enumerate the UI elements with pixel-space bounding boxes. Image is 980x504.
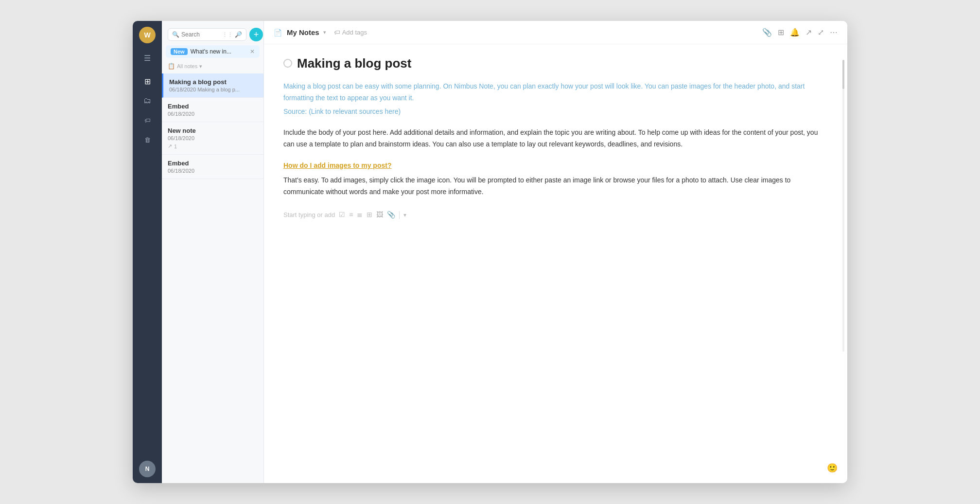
add-tags-label[interactable]: Add tags: [342, 29, 367, 36]
emoji-button[interactable]: 🙂: [827, 463, 838, 473]
source-link[interactable]: Source: (Link to relevant sources here): [283, 106, 828, 118]
tag-section[interactable]: 🏷 Add tags: [334, 29, 367, 36]
doc-checkbox[interactable]: [283, 59, 292, 68]
share-toolbar-icon[interactable]: ↗: [805, 28, 812, 37]
scrollbar-track[interactable]: [842, 60, 844, 352]
question-heading[interactable]: How do I add images to my post?: [283, 160, 828, 172]
unordered-list-block-icon[interactable]: ≣: [357, 209, 363, 221]
note-title-1: Making a blog post: [169, 78, 258, 86]
filter-icon[interactable]: ⋮⋮: [222, 32, 233, 38]
note-meta-4: 06/18/2020: [168, 168, 258, 174]
attach-toolbar-icon[interactable]: 📎: [762, 28, 772, 37]
share-small-icon: ↗: [168, 143, 172, 149]
search-input[interactable]: [181, 31, 220, 38]
folder-nav-icon[interactable]: 🗂: [139, 92, 156, 109]
note-meta-row-3: ↗ 1: [168, 143, 258, 149]
tag-icon-toolbar: 🏷: [334, 29, 340, 36]
search-icon: 🔍: [172, 31, 179, 38]
search-magnify-icon[interactable]: 🔎: [235, 31, 242, 38]
note-item-3[interactable]: New note 06/18/2020 ↗ 1: [162, 122, 263, 155]
attach-block-icon[interactable]: 📎: [387, 209, 395, 221]
scrollbar-thumb[interactable]: [842, 60, 844, 89]
note-meta-3: 06/18/2020: [168, 135, 258, 141]
grid-toolbar-icon[interactable]: ⊞: [778, 28, 784, 37]
all-notes-header[interactable]: 📋 All notes ▾: [162, 61, 263, 73]
bottom-avatar[interactable]: N: [139, 461, 156, 477]
notebook-chevron-icon[interactable]: ▾: [323, 29, 326, 36]
main-toolbar: 📄 My Notes ▾ 🏷 Add tags 📎 ⊞ 🔔 ↗ ⤢ ⋯: [264, 21, 847, 44]
note-title-4: Embed: [168, 160, 258, 167]
add-block-placeholder[interactable]: Start typing or add: [283, 210, 335, 220]
tag-nav-icon[interactable]: 🏷: [139, 111, 156, 129]
doc-title-row: Making a blog post: [283, 56, 828, 71]
sidebar-nav: W ☰ ⊞ 🗂 🏷 🗑 N: [133, 21, 162, 483]
note-item-4[interactable]: Embed 06/18/2020: [162, 155, 263, 179]
banner-close-button[interactable]: ✕: [250, 48, 255, 55]
app-window: W ☰ ⊞ 🗂 🏷 🗑 N 🔍 ⋮⋮ 🔎 + New What's new in…: [133, 21, 847, 483]
trash-nav-icon[interactable]: 🗑: [139, 131, 156, 148]
note-item-1[interactable]: Making a blog post 06/18/2020 Making a b…: [162, 73, 263, 98]
body-text: Include the body of your post here. Add …: [283, 127, 828, 150]
grid-nav-icon[interactable]: ⊞: [139, 72, 156, 90]
bell-toolbar-icon[interactable]: 🔔: [790, 28, 800, 37]
add-note-button[interactable]: +: [249, 28, 263, 41]
note-title-3: New note: [168, 127, 258, 134]
block-chevron-icon[interactable]: ▾: [403, 210, 406, 220]
note-meta-2: 06/18/2020: [168, 111, 258, 117]
doc-body: Making a blog post Making a blog post ca…: [264, 44, 847, 483]
checkbox-block-icon[interactable]: ☑: [339, 209, 345, 221]
block-divider: [399, 211, 400, 219]
search-bar[interactable]: 🔍 ⋮⋮ 🔎: [168, 28, 246, 41]
doc-title: Making a blog post: [297, 56, 411, 71]
more-toolbar-icon[interactable]: ⋯: [830, 28, 838, 37]
user-avatar[interactable]: W: [139, 27, 156, 43]
all-notes-chevron[interactable]: ▾: [199, 63, 202, 70]
note-meta-1: 06/18/2020 Making a blog p...: [169, 87, 258, 92]
notebook-name[interactable]: My Notes: [287, 28, 319, 36]
ordered-list-block-icon[interactable]: ≡: [349, 209, 353, 221]
all-notes-label: All notes: [177, 63, 197, 69]
new-banner: New What's new in... ✕: [166, 45, 260, 58]
notes-panel-header: 🔍 ⋮⋮ 🔎 +: [162, 21, 263, 45]
doc-content: Making a blog post can be easy with some…: [283, 81, 828, 223]
intro-text: Making a blog post can be easy with some…: [283, 81, 828, 104]
answer-text: That's easy. To add images, simply click…: [283, 175, 828, 198]
hamburger-icon[interactable]: ☰: [139, 49, 156, 67]
notebook-page-icon: 📄: [274, 29, 282, 36]
notes-panel: 🔍 ⋮⋮ 🔎 + New What's new in... ✕ 📋 All no…: [162, 21, 264, 483]
comment-count: 1: [174, 144, 177, 149]
add-block-row: Start typing or add ☑ ≡ ≣ ⊞ 🖼 📎 ▾: [283, 207, 828, 223]
note-item-2[interactable]: Embed 06/18/2020: [162, 98, 263, 122]
image-block-icon[interactable]: 🖼: [376, 209, 383, 221]
fullscreen-toolbar-icon[interactable]: ⤢: [818, 28, 824, 37]
toolbar-right: 📎 ⊞ 🔔 ↗ ⤢ ⋯: [762, 28, 838, 37]
note-title-2: Embed: [168, 103, 258, 110]
table-block-icon[interactable]: ⊞: [367, 209, 372, 221]
new-badge: New: [171, 48, 188, 55]
main-content: 📄 My Notes ▾ 🏷 Add tags 📎 ⊞ 🔔 ↗ ⤢ ⋯ Maki…: [264, 21, 847, 483]
banner-text: What's new in...: [191, 48, 231, 55]
